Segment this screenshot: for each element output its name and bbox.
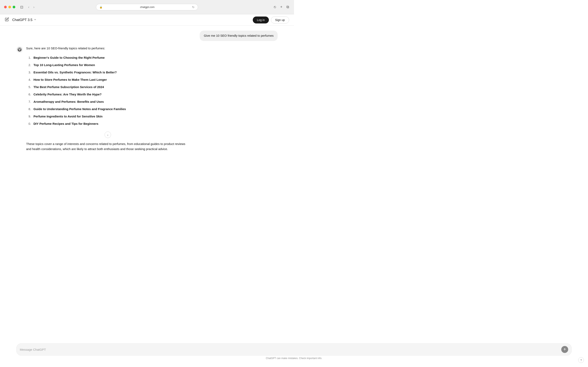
login-button[interactable]: Log in [253,17,269,24]
app-title-container[interactable]: ChatGPT 3.5 [12,18,36,22]
list-item: 6.Celebrity Perfumes: Are They Worth the… [26,91,190,98]
maximize-traffic-light[interactable] [13,6,15,8]
app-header: ChatGPT 3.5 Log in Sign up [0,14,294,26]
list-item: 4.How to Store Perfumes to Make Them Las… [26,76,190,83]
user-message-container: Give me 10 SEO friendly topics related t… [0,26,294,44]
avatar [16,46,23,53]
svg-point-0 [16,46,23,53]
topic-text: Top 10 Long-Lasting Perfumes for Women [34,63,95,67]
traffic-lights [4,6,15,8]
address-bar[interactable]: 🔒 chatgpt.com ↻ [96,4,198,10]
app-title: ChatGPT 3.5 [12,18,33,22]
topic-text: Guide to Understanding Perfume Notes and… [34,107,126,111]
lock-icon: 🔒 [99,6,103,8]
list-item: 2.Top 10 Long-Lasting Perfumes for Women [26,61,190,69]
list-item: 5.The Best Perfume Subscription Services… [26,83,190,91]
topic-text: Essential Oils vs. Synthetic Fragrances:… [34,70,117,75]
minimize-traffic-light[interactable] [8,6,11,8]
edit-button[interactable] [5,17,9,22]
topic-text: Celebrity Perfumes: Are They Worth the H… [34,92,102,97]
topic-number: 3. [26,70,31,75]
list-item: 3.Essential Oils vs. Synthetic Fragrance… [26,69,190,76]
topic-text: Perfume Ingredients to Avoid for Sensiti… [34,114,103,119]
ai-response-container: Sure, here are 10 SEO-friendly topics re… [0,44,294,157]
forward-button[interactable]: › [32,4,36,10]
topic-text: The Best Perfume Subscription Services o… [34,85,104,90]
ai-closing-text: These topics cover a range of interests … [26,141,190,152]
list-item: 1.Beginner's Guide to Choosing the Right… [26,54,190,61]
topic-number: 5. [26,85,31,90]
topic-number: 2. [26,63,31,67]
url-text: chatgpt.com [104,6,190,8]
topic-text: DIY Perfume Recipes and Tips for Beginne… [34,121,98,126]
topic-number: 7. [26,99,31,104]
ai-intro-text: Sure, here are 10 SEO-friendly topics re… [26,46,190,51]
list-item: 8.Guide to Understanding Perfume Notes a… [26,105,190,113]
windows-button[interactable]: ⧉ [286,4,290,10]
topic-number: 0. [26,121,31,126]
browser-chrome: ⊡ ‹ › 🔒 chatgpt.com ↻ ⎋ + ⧉ [0,0,294,14]
new-tab-button[interactable]: + [279,4,283,10]
topic-number: 1. [26,55,31,60]
nav-buttons: ‹ › [26,4,36,10]
share-button[interactable]: ⎋ [273,4,277,10]
topic-number: 6. [26,92,31,97]
chevron-down-icon [34,18,36,22]
header-actions: Log in Sign up [253,17,289,24]
ai-response-content: Sure, here are 10 SEO-friendly topics re… [26,46,190,152]
signup-button[interactable]: Sign up [271,17,289,24]
topic-number: 9. [26,114,31,119]
list-item: 7.Aromatherapy and Perfumes: Benefits an… [26,98,190,105]
topic-text: Aromatherapy and Perfumes: Benefits and … [34,99,104,104]
scroll-indicator: ↓ [26,132,190,138]
sidebar-toggle-button[interactable]: ⊡ [18,4,25,10]
back-button[interactable]: ‹ [26,4,31,10]
browser-actions: ⎋ + ⧉ [273,4,290,10]
address-bar-container: 🔒 chatgpt.com ↻ [96,4,198,10]
user-message-bubble: Give me 10 SEO friendly topics related t… [200,31,278,41]
topic-text: Beginner's Guide to Choosing the Right P… [34,55,105,60]
topic-text: How to Store Perfumes to Make Them Last … [34,77,107,82]
scroll-down-button[interactable]: ↓ [104,132,111,138]
refresh-button[interactable]: ↻ [192,6,195,9]
close-traffic-light[interactable] [4,6,7,8]
main-content: Give me 10 SEO friendly topics related t… [0,26,294,171]
topic-list: 1.Beginner's Guide to Choosing the Right… [26,54,190,127]
topic-number: 4. [26,77,31,82]
list-item: 9.Perfume Ingredients to Avoid for Sensi… [26,113,190,120]
list-item: 0.DIY Perfume Recipes and Tips for Begin… [26,120,190,127]
topic-number: 8. [26,107,31,111]
